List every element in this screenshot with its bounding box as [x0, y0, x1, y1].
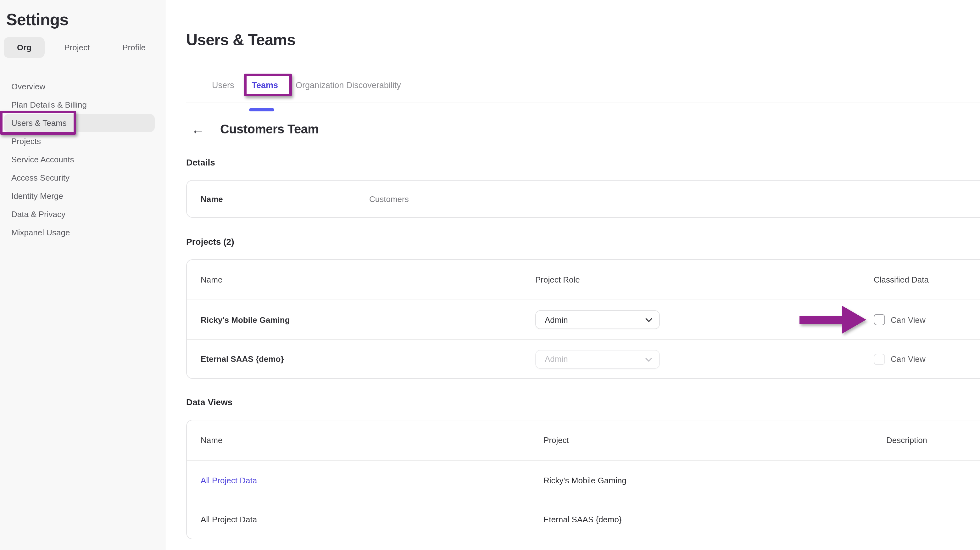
tab-profile[interactable]: Profile — [109, 37, 159, 58]
chevron-down-icon — [645, 355, 652, 362]
project-role-cell: Admin — [535, 349, 874, 368]
tab-project[interactable]: Project — [51, 37, 103, 58]
projects-heading: Projects (2) — [186, 237, 234, 247]
data-views-table-header: Name Project Description — [187, 420, 980, 461]
details-name-label: Name — [200, 194, 369, 204]
can-view-label: Can View — [891, 315, 926, 324]
sidebar-item-service-accounts[interactable]: Service Accounts — [0, 150, 165, 169]
active-tab-indicator — [250, 108, 275, 112]
project-row-rickys-mobile-gaming: Ricky's Mobile Gaming Admin Can View — [187, 300, 980, 339]
data-view-project: Ricky's Mobile Gaming — [544, 475, 886, 485]
data-views-heading: Data Views — [186, 397, 232, 407]
col-header-description: Description — [886, 435, 980, 445]
sidebar-item-mixpanel-usage[interactable]: Mixpanel Usage — [0, 223, 165, 242]
sidebar-item-plan-details-billing[interactable]: Plan Details & Billing — [0, 96, 165, 114]
team-title: Customers Team — [220, 122, 318, 137]
role-select-value: Admin — [545, 315, 568, 324]
tab-teams[interactable]: Teams — [252, 79, 278, 91]
can-view-checkbox[interactable] — [874, 353, 885, 365]
col-header-project: Project — [544, 435, 886, 445]
tab-teams-label: Teams — [252, 81, 278, 90]
back-arrow-icon[interactable]: ← — [191, 123, 204, 136]
sidebar-item-label: Users & Teams — [11, 118, 67, 128]
data-view-name: All Project Data — [200, 515, 544, 524]
can-view-label: Can View — [891, 354, 926, 364]
tab-organization-discoverability[interactable]: Organization Discoverability — [296, 79, 401, 91]
tab-users[interactable]: Users — [212, 79, 234, 91]
data-view-name-link[interactable]: All Project Data — [200, 475, 544, 485]
sidebar-item-projects[interactable]: Projects — [0, 132, 165, 150]
users-teams-tabs: Users Teams Organization Discoverability — [212, 79, 401, 91]
project-row-eternal-saas: Eternal SAAS {demo} Admin Can View — [187, 339, 980, 378]
can-view-checkbox[interactable] — [874, 314, 885, 325]
main-content: Users & Teams Users Teams Organization D… — [165, 0, 980, 550]
project-name: Ricky's Mobile Gaming — [200, 315, 535, 324]
project-role-cell: Admin — [535, 310, 874, 329]
role-select-disabled: Admin — [535, 349, 660, 368]
data-views-table: Name Project Description All Project Dat… — [186, 420, 980, 539]
tabbar-divider — [186, 102, 980, 103]
data-view-row-2: All Project Data Eternal SAAS {demo} — [187, 500, 980, 539]
role-select-value: Admin — [545, 354, 568, 364]
settings-sidebar: Settings Org Project Profile Overview Pl… — [0, 0, 165, 550]
page-title: Users & Teams — [186, 31, 295, 49]
role-select[interactable]: Admin — [535, 310, 660, 329]
sidebar-nav: Overview Plan Details & Billing Users & … — [0, 77, 165, 242]
projects-table: Name Project Role Classified Data Ricky'… — [186, 259, 980, 379]
team-header: ← Customers Team — [191, 122, 318, 137]
col-header-name: Name — [200, 275, 535, 284]
settings-title: Settings — [6, 10, 68, 30]
sidebar-item-users-teams[interactable]: Users & Teams — [4, 114, 155, 132]
settings-page: Settings Org Project Profile Overview Pl… — [0, 0, 980, 550]
projects-table-header: Name Project Role Classified Data — [187, 260, 980, 300]
sidebar-item-overview[interactable]: Overview — [0, 77, 165, 96]
data-view-project: Eternal SAAS {demo} — [544, 515, 886, 524]
col-header-classified-data: Classified Data — [874, 275, 980, 284]
classified-data-cell: Can View — [874, 353, 980, 365]
sidebar-item-data-privacy[interactable]: Data & Privacy — [0, 205, 165, 223]
classified-data-cell: Can View — [874, 314, 980, 325]
data-view-row-1: All Project Data Ricky's Mobile Gaming — [187, 461, 980, 500]
details-heading: Details — [186, 157, 215, 167]
sidebar-item-identity-merge[interactable]: Identity Merge — [0, 187, 165, 205]
col-header-name: Name — [200, 435, 544, 445]
chevron-down-icon — [645, 315, 652, 322]
tab-org[interactable]: Org — [4, 37, 45, 58]
project-name: Eternal SAAS {demo} — [200, 354, 535, 364]
settings-scope-tabs: Org Project Profile — [4, 37, 159, 58]
details-name-value: Customers — [369, 194, 980, 204]
details-row-name: Name Customers — [187, 181, 980, 217]
col-header-project-role: Project Role — [535, 275, 874, 284]
sidebar-item-access-security[interactable]: Access Security — [0, 169, 165, 187]
details-card: Name Customers — [186, 180, 980, 218]
